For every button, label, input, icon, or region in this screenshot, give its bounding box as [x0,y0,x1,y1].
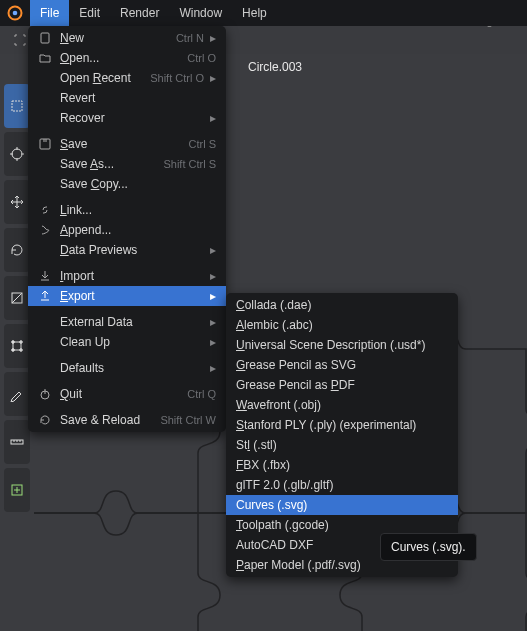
folder-open-icon [36,50,54,66]
-icon [36,176,54,192]
tool-move[interactable] [4,180,30,224]
export-menu-grease-pencil-as-pdf[interactable]: Grease Pencil as PDF [226,375,458,395]
file-menu-export[interactable]: Export▸ [28,286,226,306]
svg-rect-24 [43,139,47,142]
file-menu-open-recent[interactable]: Open RecentShift Ctrl O▸ [28,68,226,88]
menubar-edit[interactable]: Edit [69,0,110,26]
file-new-icon [36,30,54,46]
export-menu-toolpath-gcode[interactable]: Toolpath (.gcode) [226,515,458,535]
submenu-arrow-icon: ▸ [210,71,216,85]
export-menu-curves-svg[interactable]: Curves (.svg) [226,495,458,515]
menu-shortcut: Shift Ctrl O [150,72,204,84]
-icon [36,110,54,126]
tool-cursor[interactable] [4,132,30,176]
submenu-arrow-icon: ▸ [210,243,216,257]
tool-transform[interactable] [4,324,30,368]
menu-label: Open... [60,51,187,65]
file-menu-append[interactable]: Append... [28,220,226,240]
file-menu-save-as[interactable]: Save As...Shift Ctrl S [28,154,226,174]
submenu-arrow-icon: ▸ [210,361,216,375]
-icon [36,334,54,350]
menubar-file[interactable]: File [30,0,69,26]
append-icon [36,222,54,238]
menu-label: Wavefront (.obj) [234,398,448,412]
file-menu-save-copy[interactable]: Save Copy... [28,174,226,194]
editor-type-icon[interactable] [10,30,30,50]
tool-rotate[interactable] [4,228,30,272]
-icon [36,90,54,106]
menu-label: Link... [60,203,216,217]
menu-shortcut: Shift Ctrl S [163,158,216,170]
svg-point-11 [12,341,15,344]
file-menu-import[interactable]: Import▸ [28,266,226,286]
menu-label: Save [60,137,189,151]
menu-label: Grease Pencil as PDF [234,378,448,392]
menubar: FileEditRenderWindowHelp [0,0,527,26]
tool-measure[interactable] [4,420,30,464]
menu-label: Alembic (.abc) [234,318,448,332]
menu-label: New [60,31,176,45]
file-menu-save[interactable]: SaveCtrl S [28,134,226,154]
reload-icon [36,412,54,428]
file-menu: NewCtrl N▸Open...Ctrl OOpen RecentShift … [28,26,226,432]
menu-shortcut: Ctrl O [187,52,216,64]
file-menu-link[interactable]: Link... [28,200,226,220]
export-menu-grease-pencil-as-svg[interactable]: Grease Pencil as SVG [226,355,458,375]
menu-shortcut: Ctrl S [189,138,217,150]
file-menu-data-previews[interactable]: Data Previews▸ [28,240,226,260]
menu-label: Defaults [60,361,204,375]
tool-scale[interactable] [4,276,30,320]
menu-label: Append... [60,223,216,237]
tool-annotate[interactable] [4,372,30,416]
menubar-window[interactable]: Window [169,0,232,26]
menubar-help[interactable]: Help [232,0,277,26]
menu-label: Collada (.dae) [234,298,448,312]
blender-logo-icon [6,4,24,22]
export-menu-alembic-abc[interactable]: Alembic (.abc) [226,315,458,335]
export-menu-wavefront-obj[interactable]: Wavefront (.obj) [226,395,458,415]
export-menu-universal-scene-description-usd[interactable]: Universal Scene Description (.usd*) [226,335,458,355]
file-menu-external-data[interactable]: External Data▸ [28,312,226,332]
file-menu-open[interactable]: Open...Ctrl O [28,48,226,68]
export-menu-stl-stl[interactable]: Stl (.stl) [226,435,458,455]
tooltip: Curves (.svg). [380,533,477,561]
file-menu-defaults[interactable]: Defaults▸ [28,358,226,378]
export-menu-gltf-2-0-glb-gltf[interactable]: glTF 2.0 (.glb/.gltf) [226,475,458,495]
submenu-arrow-icon: ▸ [210,31,216,45]
menu-label: Revert [60,91,216,105]
submenu-arrow-icon: ▸ [210,269,216,283]
menu-label: Curves (.svg) [234,498,448,512]
menu-label: Toolpath (.gcode) [234,518,448,532]
menu-shortcut: Shift Ctrl W [160,414,216,426]
export-menu-stanford-ply-ply-experimental[interactable]: Stanford PLY (.ply) (experimental) [226,415,458,435]
file-menu-revert[interactable]: Revert [28,88,226,108]
menu-label: Open Recent [60,71,150,85]
menubar-render[interactable]: Render [110,0,169,26]
export-menu-collada-dae[interactable]: Collada (.dae) [226,295,458,315]
tool-select-box[interactable] [4,84,30,128]
-icon [36,360,54,376]
file-menu-recover[interactable]: Recover▸ [28,108,226,128]
file-menu-new[interactable]: NewCtrl N▸ [28,28,226,48]
file-menu-quit[interactable]: QuitCtrl Q [28,384,226,404]
-icon [36,242,54,258]
file-menu-clean-up[interactable]: Clean Up▸ [28,332,226,352]
menu-label: Universal Scene Description (.usd*) [234,338,448,352]
power-icon [36,386,54,402]
menu-label: Save Copy... [60,177,216,191]
file-menu-save-reload[interactable]: Save & ReloadShift Ctrl W [28,410,226,430]
menu-shortcut: Ctrl Q [187,388,216,400]
save-icon [36,136,54,152]
menu-label: Import [60,269,204,283]
svg-point-14 [20,349,23,352]
menu-label: Grease Pencil as SVG [234,358,448,372]
tool-add-primitive[interactable] [4,468,30,512]
menu-label: Stanford PLY (.ply) (experimental) [234,418,448,432]
export-menu-fbx-fbx[interactable]: FBX (.fbx) [226,455,458,475]
menu-label: Quit [60,387,187,401]
svg-point-12 [20,341,23,344]
-icon [36,314,54,330]
menu-label: Save & Reload [60,413,160,427]
menu-label: Export [60,289,204,303]
menu-shortcut: Ctrl N [176,32,204,44]
